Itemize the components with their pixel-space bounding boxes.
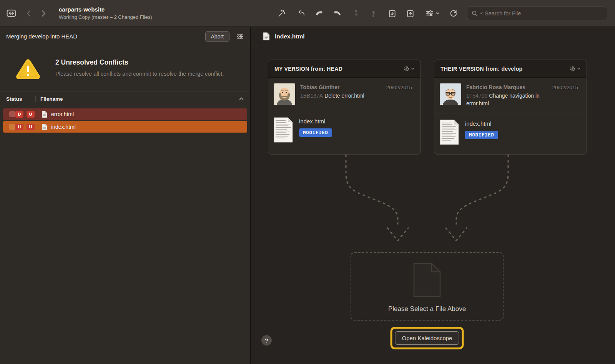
avatar — [440, 83, 461, 105]
gear-icon — [570, 66, 576, 72]
apply-patch-button[interactable] — [388, 9, 397, 18]
chevron-down-icon — [435, 11, 440, 15]
selected-file-header: index.html — [251, 27, 615, 46]
commit-date: 20/02/2015 — [386, 85, 415, 90]
commit-author: Fabricio Rosa Marques — [466, 84, 525, 90]
abort-merge-button[interactable]: Abort — [205, 31, 229, 42]
commit-date: 20/02/2015 — [552, 85, 581, 90]
selected-file-name: index.html — [275, 33, 305, 40]
warning-triangle-icon — [15, 58, 41, 81]
commit-hash: 1BB137A — [300, 93, 323, 99]
stash-button[interactable] — [315, 9, 324, 18]
document-icon — [42, 111, 47, 118]
file-search-field[interactable] — [467, 7, 607, 20]
filename-label: index.html — [51, 124, 76, 130]
conflict-detail-panel: index.html MY VERSION from: HEAD — [251, 27, 615, 364]
column-status: Status — [6, 96, 35, 102]
ghost-document-icon — [413, 262, 441, 298]
search-scope-chevron-icon — [480, 12, 483, 15]
dropzone-label: Please Select a File Above — [388, 305, 466, 313]
file-name-label: index.html — [299, 118, 332, 125]
quick-actions-button[interactable] — [278, 9, 286, 18]
repo-title: carparts-website — [59, 6, 152, 13]
back-button[interactable] — [25, 9, 33, 18]
my-version-commit: Tobias Günther 20/02/2015 1BB137ADelete … — [268, 78, 421, 111]
status-swatch — [9, 111, 15, 117]
file-row-error-html[interactable]: D U error.html — [3, 108, 247, 120]
file-name-label: index.html — [465, 120, 498, 127]
window-title-block: carparts-website Working Copy (master – … — [59, 6, 152, 21]
filter-icon — [425, 9, 434, 18]
refresh-button[interactable] — [449, 9, 458, 18]
chevron-up-icon — [238, 95, 245, 102]
avatar — [274, 83, 295, 105]
status-swatch — [9, 124, 15, 130]
magic-wand-icon — [278, 9, 286, 18]
merge-status-panel: Merging develop into HEAD Abort 2 U — [0, 27, 251, 364]
commit-hash: 1F54700 — [466, 93, 487, 99]
conflict-banner: 2 Unresolved Conflicts Please resolve al… — [0, 46, 250, 91]
repo-icon — [6, 8, 17, 18]
their-version-card: THEIR VERSION from: develop — [434, 60, 587, 155]
merge-arrows-graphic — [251, 154, 615, 250]
sort-direction-button[interactable] — [238, 95, 245, 102]
undo-button[interactable] — [297, 9, 306, 18]
clipboard-export-icon — [406, 9, 415, 18]
my-version-title: MY VERSION from: HEAD — [274, 66, 342, 72]
stash-pop-button[interactable] — [333, 9, 342, 18]
their-version-card-header: THEIR VERSION from: develop — [434, 60, 587, 78]
undo-icon — [297, 9, 306, 18]
push-button[interactable] — [369, 9, 377, 18]
chevron-down-icon — [577, 67, 580, 70]
push-icon — [369, 9, 377, 18]
their-version-file: index.html MODIFIED — [434, 113, 587, 154]
modified-status-badge: MODIFIED — [299, 128, 332, 137]
filename-label: error.html — [51, 111, 74, 117]
search-input[interactable] — [485, 10, 603, 17]
file-thumbnail — [440, 120, 459, 146]
my-version-file: index.html MODIFIED — [268, 111, 421, 152]
my-version-card: MY VERSION from: HEAD — [268, 60, 421, 155]
status-badge: U — [15, 124, 23, 130]
status-badge: D — [15, 111, 23, 118]
my-version-options-button[interactable] — [404, 66, 414, 72]
document-icon — [263, 32, 270, 41]
their-version-title: THEIR VERSION from: develop — [440, 66, 522, 72]
file-thumbnail — [274, 117, 293, 144]
conflicts-message: Please resolve all conflicts and commit … — [55, 70, 224, 78]
their-version-options-button[interactable] — [570, 66, 580, 72]
document-icon — [42, 123, 47, 131]
my-version-card-header: MY VERSION from: HEAD — [268, 60, 421, 78]
repo-button[interactable] — [6, 8, 17, 18]
merge-options-button[interactable] — [236, 32, 244, 41]
history-nav — [25, 9, 47, 18]
merge-header-title: Merging develop into HEAD — [6, 33, 77, 40]
stash-pop-icon — [333, 9, 342, 18]
chevron-left-icon — [25, 9, 33, 18]
save-patch-button[interactable] — [406, 9, 415, 18]
status-badge: U — [27, 111, 35, 118]
status-badge: U — [27, 124, 35, 130]
clipboard-import-icon — [388, 9, 397, 18]
forward-button[interactable] — [40, 9, 47, 18]
help-button[interactable]: ? — [261, 335, 272, 346]
modified-status-badge: MODIFIED — [465, 131, 498, 139]
conflicts-title: 2 Unresolved Conflicts — [55, 58, 224, 66]
file-row-index-html[interactable]: U U index.html — [3, 121, 247, 133]
their-version-commit: Fabricio Rosa Marques 20/02/2015 1F54700… — [434, 78, 587, 113]
view-options-button[interactable] — [425, 9, 440, 18]
file-dropzone: Please Select a File Above — [351, 252, 504, 321]
commit-author: Tobias Günther — [300, 84, 339, 90]
kaleidoscope-highlight: Open Kaleidoscope — [391, 327, 464, 349]
search-icon — [471, 10, 478, 17]
commit-message: Delete error.html — [324, 93, 364, 99]
pull-button[interactable] — [352, 9, 360, 18]
refresh-icon — [449, 9, 458, 18]
stash-icon — [315, 9, 324, 18]
chevron-right-icon — [40, 9, 47, 18]
merge-header: Merging develop into HEAD Abort — [0, 27, 250, 46]
conflict-file-list: D U error.html U U — [0, 106, 250, 134]
pull-icon — [352, 9, 360, 18]
toolbar: carparts-website Working Copy (master – … — [0, 0, 615, 27]
open-kaleidoscope-button[interactable]: Open Kaleidoscope — [395, 331, 459, 345]
